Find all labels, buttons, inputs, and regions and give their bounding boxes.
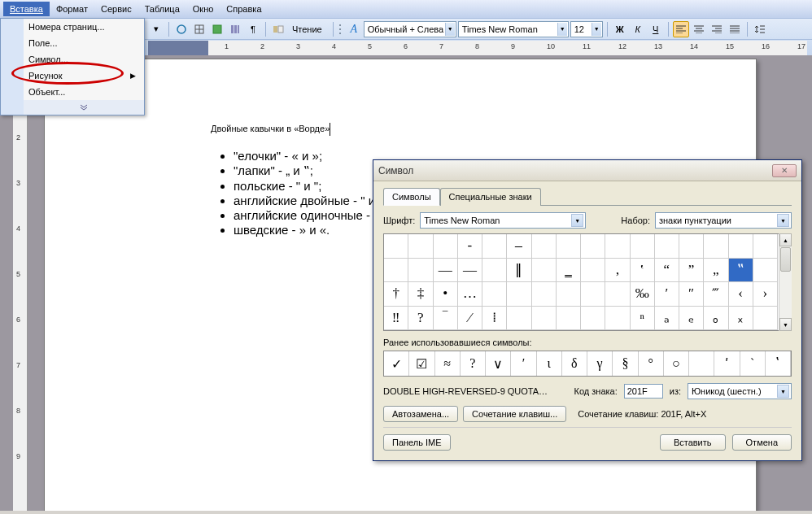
tab-special[interactable]: Специальные знаки (440, 188, 541, 206)
document-map-icon[interactable] (270, 21, 286, 37)
symbol-cell[interactable] (482, 259, 507, 283)
symbol-cell[interactable]: ‒ (507, 234, 531, 259)
reading-layout[interactable]: Чтение (288, 21, 326, 37)
tab-symbols[interactable]: Символы (383, 188, 440, 206)
symbol-cell[interactable] (557, 234, 581, 259)
columns-icon[interactable] (227, 21, 243, 37)
align-justify-icon[interactable] (727, 21, 743, 37)
symbol-cell[interactable]: ‚ (605, 259, 630, 283)
symbol-cell[interactable]: „ (704, 259, 728, 283)
symbol-cell[interactable]: › (753, 282, 778, 307)
symbol-cell[interactable] (408, 234, 433, 259)
symbol-cell[interactable]: ₐ (655, 307, 679, 331)
autocorrect-button[interactable]: Автозамена... (383, 406, 458, 422)
symbol-cell[interactable] (605, 234, 630, 259)
align-right-icon[interactable] (709, 21, 725, 37)
recent-symbol-cell[interactable]: ° (639, 351, 664, 376)
symbol-cell[interactable] (655, 234, 679, 259)
dropdown-field[interactable]: Поле... (24, 35, 144, 51)
symbol-cell[interactable] (557, 307, 581, 331)
cancel-button[interactable]: Отмена (732, 434, 792, 451)
menu-table[interactable]: Таблица (138, 2, 186, 16)
symbol-cell[interactable]: ₑ (679, 307, 704, 331)
symbol-cell[interactable] (679, 234, 704, 259)
symbol-cell[interactable] (753, 307, 778, 331)
underline-button[interactable]: Ч (648, 21, 664, 37)
symbol-cell[interactable]: ‑ (458, 234, 482, 259)
recent-symbol-cell[interactable]: δ (562, 351, 587, 376)
symbol-cell[interactable] (631, 234, 655, 259)
symbol-cell[interactable]: ₒ (704, 307, 728, 331)
menu-insert[interactable]: Вставка (3, 2, 50, 16)
symbol-cell[interactable] (434, 234, 458, 259)
line-spacing-icon[interactable] (752, 21, 768, 37)
symbol-cell[interactable]: ? (408, 307, 433, 331)
recent-symbol-cell[interactable]: ι (537, 351, 562, 376)
symbol-cell[interactable]: ‡ (408, 282, 433, 307)
recent-symbol-cell[interactable] (689, 351, 714, 376)
menu-help[interactable]: Справка (220, 2, 268, 16)
ime-panel-button[interactable]: Панель IME (383, 434, 451, 451)
dropdown-picture[interactable]: Рисунок▶ (24, 68, 144, 84)
recent-symbol-cell[interactable]: § (613, 351, 638, 376)
dropdown-expand[interactable] (24, 100, 144, 115)
italic-button[interactable]: К (630, 21, 646, 37)
font-combo[interactable]: Times New Roman▼ (458, 21, 569, 37)
recent-symbol-cell[interactable]: ? (461, 351, 486, 376)
menu-tools[interactable]: Сервис (94, 2, 138, 16)
subset-select[interactable]: знаки пунктуации▼ (655, 212, 792, 229)
symbol-cell[interactable]: ‾ (434, 307, 458, 331)
symbol-cell[interactable] (408, 259, 433, 283)
menu-format[interactable]: Формат (50, 2, 94, 16)
scroll-thumb[interactable] (780, 247, 791, 272)
symbol-cell[interactable] (507, 307, 531, 331)
symbol-cell[interactable]: ‰ (631, 282, 655, 307)
symbol-cell[interactable] (581, 282, 605, 307)
recent-symbol-cell[interactable]: ′ (511, 351, 536, 376)
symbol-cell[interactable]: ‟ (729, 259, 753, 283)
symbol-cell[interactable] (557, 282, 581, 307)
align-center-icon[interactable] (691, 21, 707, 37)
encoding-select[interactable]: Юникод (шестн.)▼ (688, 383, 792, 399)
symbol-cell[interactable]: ” (679, 259, 704, 283)
recent-symbol-cell[interactable]: ʽ (766, 351, 791, 376)
size-combo[interactable]: 12▼ (570, 21, 603, 37)
symbol-cell[interactable]: ‴ (704, 282, 728, 307)
scroll-down-icon[interactable]: ▼ (779, 318, 792, 331)
symbol-cell[interactable]: “ (655, 259, 679, 283)
insert-button[interactable]: Вставить (660, 434, 726, 451)
shortcut-button[interactable]: Сочетание клавиш... (463, 406, 566, 422)
menu-window[interactable]: Окно (186, 2, 220, 16)
font-select[interactable]: Times New Roman▼ (420, 212, 586, 229)
symbol-cell[interactable] (482, 234, 507, 259)
excel-icon[interactable] (209, 21, 225, 37)
recent-symbol-cell[interactable]: ≈ (435, 351, 461, 376)
symbol-cell[interactable]: ‗ (557, 259, 581, 283)
symbol-cell[interactable]: ⁿ (631, 307, 655, 331)
show-marks-icon[interactable]: ¶ (245, 21, 261, 37)
recent-symbol-cell[interactable]: ☑ (409, 351, 434, 376)
symbol-cell[interactable] (384, 259, 408, 283)
symbol-cell[interactable] (581, 259, 605, 283)
recent-symbol-cell[interactable]: ○ (664, 351, 689, 376)
grid-scrollbar[interactable]: ▲ ▼ (779, 233, 792, 331)
symbol-cell[interactable]: • (434, 282, 458, 307)
style-combo[interactable]: Обычный + Слева▼ (364, 21, 456, 37)
toolbar-grip-icon[interactable] (338, 21, 344, 37)
symbol-cell[interactable]: — (434, 259, 458, 283)
symbol-cell[interactable] (507, 282, 531, 307)
symbol-cell[interactable]: ‹ (729, 282, 753, 307)
symbol-cell[interactable] (384, 234, 408, 259)
symbol-cell[interactable]: ― (458, 259, 482, 283)
recent-symbol-cell[interactable]: ` (740, 351, 766, 376)
symbol-cell[interactable] (753, 234, 778, 259)
styles-icon[interactable]: A (346, 21, 362, 37)
symbol-cell[interactable] (605, 307, 630, 331)
undo-dd-icon[interactable]: ▾ (148, 21, 164, 37)
symbol-cell[interactable] (532, 307, 557, 331)
tables-icon[interactable] (191, 21, 207, 37)
symbol-cell[interactable]: ‛ (631, 259, 655, 283)
dialog-titlebar[interactable]: Символ ✕ (373, 160, 801, 181)
symbol-cell[interactable] (532, 234, 557, 259)
symbol-cell[interactable]: ‼ (384, 307, 408, 331)
